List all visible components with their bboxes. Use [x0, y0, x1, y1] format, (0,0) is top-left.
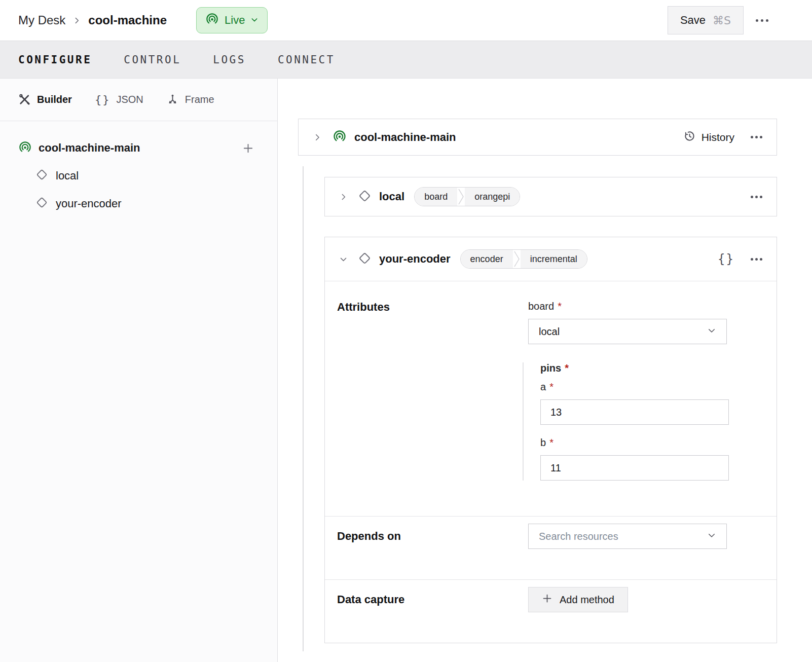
- resource-title: your-encoder: [379, 252, 451, 266]
- history-button[interactable]: History: [683, 130, 734, 145]
- badge-type: board: [415, 188, 457, 206]
- frame-icon: [166, 93, 179, 106]
- chevron-right-icon: [72, 16, 81, 25]
- data-capture-heading: Data capture: [337, 593, 528, 606]
- chevron-down-icon: [707, 531, 716, 542]
- diamond-icon: [358, 251, 372, 267]
- pin-a-input[interactable]: [540, 399, 729, 425]
- save-button[interactable]: Save ⌘S: [668, 6, 744, 34]
- breadcrumb-current: cool-machine: [88, 13, 167, 27]
- chevron-down-icon: [707, 326, 716, 338]
- pin-b-input[interactable]: [540, 455, 729, 481]
- attributes-heading: Attributes: [337, 301, 528, 493]
- collapse-chevron-down-icon[interactable]: [337, 253, 350, 266]
- live-label: Live: [225, 14, 245, 27]
- machine-part-card: cool-machine-main History: [298, 119, 777, 156]
- breadcrumb-root-link[interactable]: My Desk: [18, 13, 65, 27]
- expand-chevron-right-icon[interactable]: [311, 131, 324, 144]
- tab-logs[interactable]: LOGS: [213, 54, 246, 66]
- config-sidebar: Builder {} JSON Frame: [0, 79, 278, 662]
- config-main-panel: cool-machine-main History: [278, 79, 812, 662]
- tools-icon: [18, 93, 31, 106]
- pins-group: pins* a* b*: [523, 362, 727, 481]
- resource-more-menu-icon[interactable]: [749, 253, 764, 266]
- diamond-icon: [35, 168, 48, 183]
- resource-card-your-encoder: your-encoder encoder incremental {}: [324, 237, 777, 643]
- tree-item-local[interactable]: local: [18, 162, 255, 190]
- tree-item-label: your-encoder: [56, 197, 122, 210]
- view-tab-builder[interactable]: Builder: [18, 93, 72, 106]
- view-tab-json[interactable]: {} JSON: [95, 93, 143, 106]
- tab-configure[interactable]: CONFIGURE: [18, 54, 92, 66]
- depends-on-heading: Depends on: [337, 530, 528, 543]
- board-field-label: board*: [528, 301, 727, 312]
- view-tab-label: JSON: [116, 94, 143, 105]
- tree-item-machine-part[interactable]: cool-machine-main: [18, 134, 255, 162]
- diamond-icon: [358, 189, 372, 205]
- save-label: Save: [680, 14, 706, 27]
- history-label: History: [702, 131, 734, 143]
- chevron-down-icon: [250, 14, 259, 27]
- depends-on-placeholder: Search resources: [539, 531, 618, 542]
- tree-item-label: local: [56, 169, 79, 182]
- history-clock-icon: [683, 130, 696, 145]
- topbar-more-menu-icon[interactable]: [754, 14, 770, 27]
- board-select-value: local: [539, 326, 560, 338]
- view-tab-label: Builder: [37, 94, 72, 105]
- required-marker: *: [565, 362, 569, 374]
- resource-tree: cool-machine-main local your-encoder: [0, 121, 277, 217]
- resource-type-badge: board orangepi: [414, 187, 520, 206]
- braces-icon: {}: [95, 93, 110, 106]
- broadcast-icon: [205, 12, 219, 29]
- tree-item-label: cool-machine-main: [39, 141, 241, 155]
- data-capture-section: Data capture Add method: [325, 579, 777, 643]
- resource-more-menu-icon[interactable]: [749, 191, 764, 203]
- resource-title: local: [379, 190, 404, 203]
- expand-chevron-right-icon[interactable]: [337, 191, 350, 203]
- add-method-button[interactable]: Add method: [528, 587, 628, 612]
- add-method-label: Add method: [560, 594, 614, 606]
- config-view-tabs: Builder {} JSON Frame: [0, 79, 277, 121]
- machine-part-more-menu-icon[interactable]: [749, 131, 764, 143]
- attributes-section: Attributes board* local: [325, 281, 777, 516]
- diamond-icon: [35, 196, 48, 211]
- tab-control[interactable]: CONTROL: [124, 54, 181, 66]
- broadcast-icon: [18, 140, 32, 156]
- depends-on-section: Depends on Search resources: [325, 516, 777, 579]
- tree-item-your-encoder[interactable]: your-encoder: [18, 190, 255, 217]
- resource-card-header: your-encoder encoder incremental {}: [325, 237, 777, 281]
- board-select[interactable]: local: [528, 319, 727, 344]
- broadcast-icon: [333, 129, 347, 145]
- pins-group-label: pins*: [540, 362, 727, 374]
- main-nav-tabs: CONFIGURE CONTROL LOGS CONNECT: [0, 41, 812, 79]
- tab-connect[interactable]: CONNECT: [278, 54, 335, 66]
- resource-card-local: local board orangepi: [324, 177, 777, 216]
- pin-b-label: b*: [540, 437, 727, 449]
- resource-cards-group: local board orangepi: [303, 166, 777, 651]
- add-resource-button[interactable]: [241, 141, 255, 155]
- breadcrumb: My Desk cool-machine: [18, 13, 167, 27]
- badge-model: orangepi: [465, 188, 520, 206]
- plus-icon: [542, 593, 552, 606]
- badge-model: incremental: [521, 250, 587, 268]
- save-shortcut: ⌘S: [713, 14, 731, 27]
- topbar: My Desk cool-machine Live Save ⌘S: [0, 0, 812, 41]
- view-tab-label: Frame: [185, 94, 214, 105]
- machine-part-title: cool-machine-main: [354, 131, 456, 144]
- badge-chevron-divider: [457, 188, 465, 206]
- live-status-dropdown[interactable]: Live: [196, 7, 268, 33]
- required-marker: *: [549, 381, 553, 393]
- badge-type: encoder: [461, 250, 513, 268]
- machine-config-page: My Desk cool-machine Live Save ⌘S: [0, 0, 812, 662]
- view-tab-frame[interactable]: Frame: [166, 93, 214, 106]
- badge-chevron-divider: [513, 250, 521, 268]
- resource-type-badge: encoder incremental: [460, 249, 587, 269]
- pin-a-label: a*: [540, 381, 727, 393]
- depends-on-select[interactable]: Search resources: [528, 524, 727, 549]
- edit-json-braces-icon[interactable]: {}: [718, 252, 734, 266]
- required-marker: *: [558, 301, 562, 312]
- required-marker: *: [549, 437, 553, 449]
